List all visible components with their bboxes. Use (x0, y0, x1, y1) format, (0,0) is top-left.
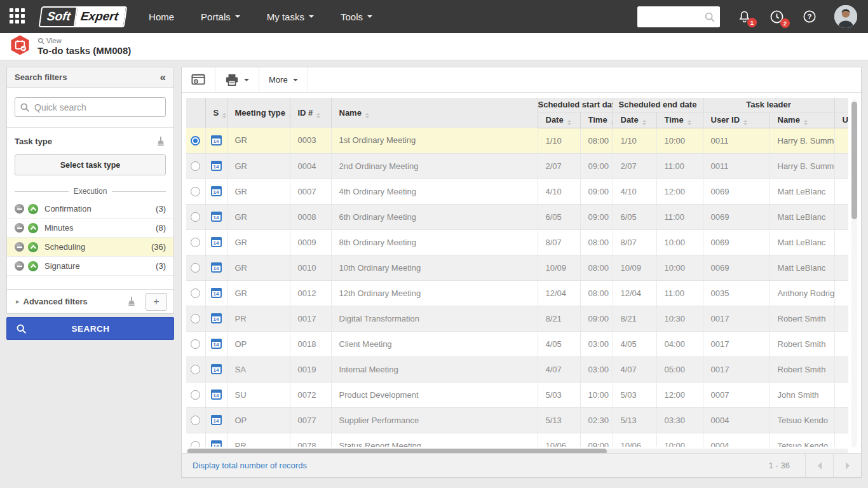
vertical-scrollbar[interactable] (851, 99, 857, 447)
priority-up-icon[interactable] (28, 223, 38, 233)
chevron-down-icon[interactable] (244, 79, 249, 84)
table-row[interactable]: 14GR001010th Ordinary Meeting10/0908:001… (186, 255, 848, 280)
grid-toolbar: More (182, 67, 861, 93)
cell-start_date: 1/10 (538, 128, 580, 153)
header-name[interactable]: Name (331, 98, 538, 128)
remove-filter-icon[interactable] (15, 223, 24, 233)
row-select-radio[interactable] (191, 263, 200, 273)
table-row[interactable]: 14GR00098th Ordinary Meeting8/0708:008/0… (186, 229, 848, 255)
row-select-radio[interactable] (191, 365, 200, 374)
priority-up-icon[interactable] (28, 242, 38, 252)
table-row[interactable]: 14SA0019Internal Meeting4/0703:004/0705:… (186, 356, 848, 382)
header-leader-name[interactable]: Name (770, 112, 834, 128)
row-select-radio[interactable] (191, 238, 200, 247)
cell-type: GR (227, 229, 290, 255)
row-select-radio[interactable] (191, 416, 200, 425)
help-icon[interactable]: ? (802, 9, 817, 24)
filter-item-minutes[interactable]: Minutes(8) (7, 219, 173, 238)
view-record-button[interactable] (182, 67, 215, 92)
cell-start_time: 08:00 (580, 128, 613, 153)
cell-user_id: 0017 (703, 306, 770, 331)
more-button[interactable]: More (259, 67, 308, 92)
pending-tasks-clock-icon[interactable]: 2 (769, 9, 785, 25)
menu-my-tasks[interactable]: My tasks (267, 11, 314, 22)
table-row[interactable]: 14GR00074th Ordinary Meeting4/1009:004/1… (186, 179, 848, 204)
svg-text:?: ? (807, 13, 811, 20)
table-row[interactable]: 14OP0018Client Meeting4/0503:004/0504:00… (186, 331, 848, 356)
print-button[interactable] (215, 67, 259, 92)
header-status[interactable]: S (205, 98, 227, 128)
filter-item-scheduling[interactable]: Scheduling(36) (7, 238, 173, 257)
row-select-radio[interactable] (191, 136, 200, 146)
cell-start_date: 5/13 (538, 407, 580, 433)
remove-filter-icon[interactable] (15, 242, 24, 252)
advanced-filters-toggle[interactable]: Advanced filters (24, 297, 126, 306)
header-end-time[interactable]: Time (656, 112, 703, 128)
cell-id: 0003 (290, 128, 331, 153)
row-select-radio[interactable] (191, 390, 200, 400)
clear-filter-broom-icon[interactable] (156, 136, 166, 147)
header-id[interactable]: ID # (290, 98, 331, 128)
row-select-radio[interactable] (191, 441, 200, 447)
cell-leader: Robert Smith (770, 306, 834, 331)
row-select-radio[interactable] (191, 187, 200, 196)
notifications-bell-icon[interactable]: 1 (737, 10, 752, 24)
collapse-panel-icon[interactable]: « (160, 72, 166, 83)
header-start-date[interactable]: Date (538, 112, 580, 128)
meeting-calendar-icon: 14 (211, 288, 222, 298)
filter-count: (36) (151, 242, 166, 252)
meeting-calendar-icon: 14 (211, 237, 222, 247)
table-row[interactable]: 14SU0072Product Development5/0310:005/03… (186, 382, 848, 407)
quick-search-input[interactable] (15, 97, 166, 117)
previous-page-button[interactable] (805, 454, 833, 477)
sort-icon (743, 120, 747, 125)
expand-arrow-icon[interactable]: ▸ (16, 297, 20, 306)
cell-start_date: 8/21 (538, 306, 580, 331)
header-meeting-type[interactable]: Meeting type (227, 98, 290, 128)
priority-up-icon[interactable] (28, 204, 38, 214)
table-row[interactable]: 14GR00042nd Ordinary Meeting2/0709:002/0… (186, 153, 848, 179)
row-select-radio[interactable] (191, 288, 200, 298)
table-row[interactable]: 14PR0017Digital Transformation8/2109:008… (186, 306, 848, 331)
row-select-radio[interactable] (191, 314, 200, 323)
header-user-id[interactable]: User ID (703, 112, 770, 128)
select-task-type-button[interactable]: Select task type (15, 154, 166, 175)
row-select-radio[interactable] (191, 339, 200, 349)
cell-end_time: 04:00 (656, 331, 703, 356)
table-row[interactable]: 14GR00031st Ordinary Meeting1/1008:001/1… (186, 128, 848, 153)
row-select-radio[interactable] (191, 212, 200, 222)
cell-clipped (834, 356, 848, 382)
clear-filter-broom-icon[interactable] (126, 296, 137, 307)
meeting-calendar-icon: 14 (211, 415, 222, 425)
vertical-scrollbar-thumb[interactable] (851, 102, 857, 219)
table-row[interactable]: 14OP0077Supplier Performance5/1302:305/1… (186, 407, 848, 433)
header-clipped-column[interactable]: User ID (834, 112, 848, 128)
menu-tools[interactable]: Tools (341, 11, 372, 22)
next-page-button[interactable] (833, 454, 861, 477)
table-row[interactable]: 14PR0078Status Report Meeting10/0609:001… (186, 433, 848, 447)
row-select-radio[interactable] (191, 161, 200, 171)
table-row[interactable]: 14GR001212th Ordinary Meeting12/0408:001… (186, 280, 848, 306)
menu-home[interactable]: Home (149, 11, 174, 22)
add-filter-button[interactable]: + (146, 293, 167, 311)
app-launcher-icon[interactable] (10, 8, 26, 25)
priority-up-icon[interactable] (28, 261, 38, 271)
cell-clipped (834, 128, 848, 153)
meeting-calendar-icon: 14 (211, 339, 222, 349)
user-avatar[interactable] (834, 5, 857, 28)
display-total-records-link[interactable]: Display total number of records (193, 461, 769, 470)
softexpert-logo[interactable]: Soft Expert (39, 6, 128, 27)
header-end-date[interactable]: Date (613, 112, 656, 128)
cell-end_date: 2/07 (613, 153, 656, 179)
filter-item-confirmation[interactable]: Confirmation(3) (7, 200, 173, 219)
cell-type: GR (227, 280, 290, 306)
menu-portals[interactable]: Portals (201, 11, 240, 22)
search-filters-panel: Search filters « Task type Select task t… (6, 67, 174, 314)
cell-type: PR (227, 433, 290, 447)
filter-item-signature[interactable]: Signature(3) (7, 257, 173, 276)
header-start-time[interactable]: Time (580, 112, 613, 128)
remove-filter-icon[interactable] (15, 261, 24, 271)
search-button[interactable]: SEARCH (6, 317, 174, 340)
remove-filter-icon[interactable] (15, 204, 24, 214)
table-row[interactable]: 14GR00086th Ordinary Meeting6/0509:006/0… (186, 204, 848, 229)
